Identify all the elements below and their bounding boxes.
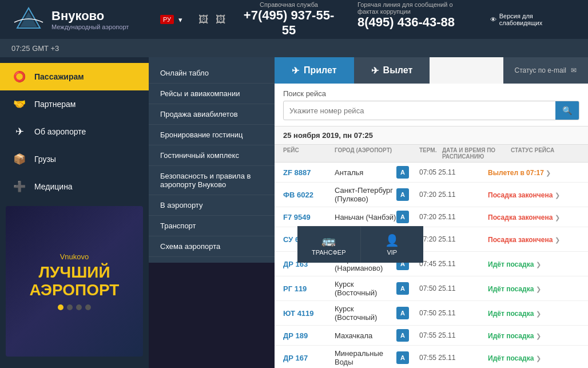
- search-button[interactable]: 🔍: [555, 101, 579, 120]
- banner-dot-4[interactable]: [85, 304, 91, 310]
- flight-city: Санкт-Петербург (Пулково): [335, 186, 396, 203]
- flight-datetime: 07:50 25.11: [419, 284, 488, 292]
- banner-logo: Vnukovo: [60, 252, 89, 261]
- flight-city: Махачкала: [335, 331, 396, 340]
- col-datetime: ДАТА И ВРЕМЯ ПО РАСПИСАНИЮ: [442, 147, 511, 160]
- dropdown-item-map[interactable]: Схема аэропорта: [149, 236, 275, 257]
- banner-dot-3[interactable]: [76, 304, 82, 310]
- info-icon[interactable]: ❯: [555, 214, 560, 221]
- departures-label: Вылет: [383, 65, 413, 76]
- vip-icon: 👤: [385, 234, 399, 247]
- partners-icon: 🤝: [11, 96, 27, 112]
- dropdown-item-airport[interactable]: В аэропорту: [149, 195, 275, 216]
- flight-city: Минеральные Воды: [335, 349, 396, 366]
- flight-datetime: 07:55 25.11: [419, 331, 488, 339]
- chevron-down-icon[interactable]: ▾: [178, 15, 182, 24]
- flight-status: Идёт посадка ❯: [488, 354, 579, 362]
- info-icon[interactable]: ❯: [546, 169, 551, 176]
- image2-icon[interactable]: 🖼: [216, 14, 226, 26]
- flight-city: Наньчан (Чанбэй): [335, 213, 396, 221]
- sidebar-item-passengers[interactable]: ⭕ Пассажирам: [0, 63, 149, 90]
- flight-status: Идёт посадка ❯: [488, 284, 579, 293]
- vip-label: VIP: [387, 249, 397, 256]
- date-header: 25 ноября 2019, пн 07:25: [275, 126, 588, 145]
- dropdown-item-board[interactable]: Онлайн табло: [149, 63, 275, 84]
- dropdown-item-transport[interactable]: Транспорт: [149, 216, 275, 236]
- sidebar-item-about[interactable]: ✈ Об аэропорте: [0, 118, 149, 145]
- cargo-icon: 📦: [11, 151, 27, 167]
- table-row: F7 9549 Наньчан (Чанбэй) А 07:20 25.11 П…: [275, 207, 588, 227]
- dropdown-item-hotels-book[interactable]: Бронирование гостиниц: [149, 125, 275, 145]
- info-icon[interactable]: ❯: [536, 355, 541, 362]
- tab-email-status[interactable]: Статус по e-mail ✉: [503, 57, 588, 84]
- dropdown-item-hotel-complex[interactable]: Гостиничный комплекс: [149, 145, 275, 166]
- info-icon[interactable]: ❯: [536, 333, 541, 339]
- flight-number: F7 9549: [283, 213, 335, 221]
- bottom-actions: 🚌 ТРАНСФЕР 👤 VIP: [297, 226, 423, 263]
- banner-dot-1[interactable]: [58, 304, 63, 310]
- flight-number: ДР 189: [283, 331, 335, 340]
- email-icon: ✉: [571, 66, 577, 74]
- language-selector[interactable]: РУ: [160, 15, 174, 24]
- sidebar-label-cargo: Грузы: [34, 155, 56, 164]
- hotline-number: 436-43-88: [398, 15, 455, 29]
- terminal: А: [396, 307, 419, 319]
- flight-tabs: ✈ Прилет ✈ Вылет Статус по e-mail ✉: [275, 57, 588, 84]
- logo-area: Внуково Международный аэропорт: [11, 5, 137, 34]
- sidebar-item-cargo[interactable]: 📦 Грузы: [0, 145, 149, 173]
- arrivals-icon: ✈: [292, 65, 299, 76]
- flight-datetime: 07:45 25.11: [419, 260, 488, 268]
- col-flight: РЕЙС: [283, 147, 335, 160]
- info-icon[interactable]: ❯: [536, 310, 541, 317]
- header-icons: 🖼 🖼: [198, 14, 226, 26]
- info-icon[interactable]: ❯: [536, 286, 541, 292]
- departures-icon: ✈: [371, 65, 379, 76]
- time-bar: 07:25 GMT +3: [0, 39, 588, 57]
- flight-status: Посадка закончена ❯: [488, 235, 579, 244]
- terminal: А: [396, 282, 419, 295]
- col-term: ТЕРМ.: [419, 147, 442, 160]
- dropdown-menu: Онлайн табло Рейсы и авиакомпании Продаж…: [149, 57, 275, 263]
- vip-button[interactable]: 👤 VIP: [361, 227, 424, 263]
- dropdown-item-flights[interactable]: Рейсы и авиакомпании: [149, 84, 275, 104]
- sidebar-label-medicine: Медицина: [34, 182, 73, 191]
- search-input[interactable]: [284, 102, 555, 119]
- table-row: РГ 119 Курск (Восточный) А 07:50 25.11 И…: [275, 276, 588, 301]
- flight-number: РГ 119: [283, 284, 335, 293]
- flight-status: Идёт посадка ❯: [488, 260, 579, 268]
- banner-title: ЛУЧШИЙ АЭРОПОРТ: [30, 264, 120, 299]
- tab-departures[interactable]: ✈ Вылет: [354, 57, 430, 84]
- info-icon[interactable]: ❯: [555, 192, 560, 199]
- dropdown-item-security[interactable]: Безопасность и правила в аэропорту Внуко…: [149, 166, 275, 195]
- dropdown-item-tickets[interactable]: Продажа авиабилетов: [149, 104, 275, 125]
- sidebar-item-partners[interactable]: 🤝 Партнерам: [0, 90, 149, 118]
- email-status-label: Статус по e-mail: [515, 66, 566, 74]
- search-bar: Поиск рейса 🔍: [275, 84, 588, 126]
- header-nav: РУ ▾: [160, 15, 182, 24]
- banner-dot-2[interactable]: [67, 304, 73, 310]
- search-input-wrap: 🔍: [283, 101, 579, 120]
- flight-city: Курск (Восточный): [335, 304, 396, 322]
- contact-phone: +7(495) 937-55-55: [237, 8, 340, 38]
- flight-datetime: 07:20 25.11: [419, 191, 488, 199]
- sidebar-label-passengers: Пассажирам: [34, 72, 84, 81]
- logo-title: Внуково: [51, 9, 129, 23]
- sidebar-item-medicine[interactable]: ➕ Медицина: [0, 173, 149, 200]
- info-icon[interactable]: ❯: [536, 261, 541, 268]
- vision-button[interactable]: 👁 Версия для слабовидящих: [490, 13, 577, 26]
- flight-datetime: 07:50 25.11: [419, 309, 488, 317]
- image-icon[interactable]: 🖼: [198, 14, 209, 26]
- col-status: СТАТУС РЕЙСА: [511, 147, 579, 160]
- logo-subtitle: Международный аэропорт: [51, 23, 129, 30]
- flight-status: Посадка закончена ❯: [488, 213, 579, 221]
- info-icon[interactable]: ❯: [555, 236, 560, 243]
- transfer-button[interactable]: 🚌 ТРАНСФЕР: [297, 227, 361, 263]
- transfer-label: ТРАНСФЕР: [312, 249, 346, 256]
- banner-dots: [58, 304, 91, 310]
- hotline-block: Горячая линия для сообщений о фактах кор…: [357, 1, 470, 38]
- passengers-icon: ⭕: [11, 69, 27, 85]
- search-label: Поиск рейса: [283, 89, 579, 98]
- hotline-label: Горячая линия для сообщений о фактах кор…: [357, 1, 470, 15]
- tab-arrivals[interactable]: ✈ Прилет: [275, 57, 354, 84]
- table-row: ЮТ 4119 Курск (Восточный) А 07:50 25.11 …: [275, 301, 588, 326]
